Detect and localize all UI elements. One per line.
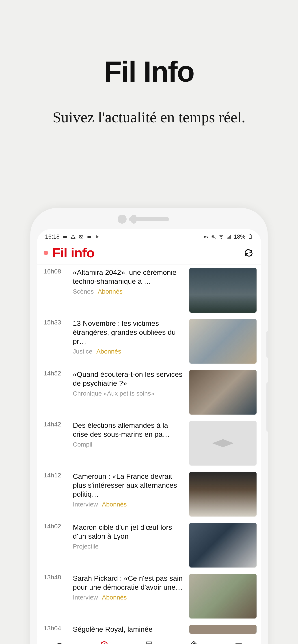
refresh-button[interactable]: [243, 247, 254, 258]
news-feed[interactable]: 16h08«Altamira 2042», une cérémonie tech…: [37, 265, 261, 636]
timeline-line: [56, 277, 56, 312]
svg-point-8: [221, 238, 221, 238]
feed-item[interactable]: 14h52«Quand écoutera-t-on les services d…: [37, 367, 261, 418]
phone-side-button: [266, 382, 268, 432]
svg-point-4: [204, 236, 206, 238]
timeline-line: [56, 328, 56, 364]
feed-thumbnail: [189, 421, 256, 466]
feed-item[interactable]: 14h02Macron cible d'un jet d'œuf lors d'…: [37, 520, 261, 571]
svg-rect-11: [229, 236, 230, 238]
image-icon: [78, 234, 84, 240]
feed-headline: «Quand écoutera-t-on les services de psy…: [73, 370, 185, 388]
svg-marker-16: [212, 439, 234, 447]
triangle-icon: [70, 234, 76, 240]
svg-rect-5: [205, 236, 208, 237]
battery-icon: [248, 234, 253, 240]
svg-rect-9: [227, 238, 228, 238]
svg-rect-6: [207, 236, 208, 238]
feed-category: Interview: [73, 594, 98, 601]
nav-mon-libe[interactable]: Mon Libé: [171, 640, 216, 644]
feed-headline: 13 Novembre : les victimes étrangères, g…: [73, 319, 185, 346]
play-icon: [95, 234, 100, 240]
timeline-line: [56, 379, 56, 414]
phone-camera: [118, 215, 127, 224]
feed-time: 16h08: [44, 268, 61, 275]
svg-rect-3: [88, 236, 91, 238]
feed-category: Compil: [73, 441, 92, 448]
phone-side-button: [266, 331, 268, 358]
phone-screen: 16:18: [37, 229, 261, 644]
feed-time: 14h02: [44, 523, 61, 530]
feed-headline: Ségolène Royal, laminée: [73, 625, 185, 634]
timeline-line: [56, 481, 56, 516]
feed-headline: Macron cible d'un jet d'œuf lors d'un sa…: [73, 523, 185, 541]
live-dot-icon: [44, 251, 48, 255]
status-bar: 16:18: [37, 229, 261, 242]
signal-icon: [226, 234, 231, 240]
timeline-line: [56, 532, 56, 568]
nav-menu-icon: [234, 640, 243, 644]
feed-thumbnail: [189, 268, 256, 312]
feed-headline: Sarah Pickard : «Ce n'est pas sain pour …: [73, 574, 185, 592]
feed-time: 14h52: [44, 370, 61, 377]
app-title: Fil info: [52, 245, 243, 260]
feed-category: Justice: [73, 348, 92, 355]
feed-thumbnail: [189, 319, 256, 364]
feed-item[interactable]: 16h08«Altamira 2042», une cérémonie tech…: [37, 265, 261, 316]
feed-item[interactable]: 13h04Ségolène Royal, laminée: [37, 622, 261, 636]
feed-time: 14h42: [44, 421, 61, 428]
feed-thumbnail: [189, 574, 256, 618]
nav-fil-info[interactable]: Fil info: [82, 640, 127, 644]
subscriber-badge: Abonnés: [96, 348, 121, 355]
feed-thumbnail: [189, 523, 256, 568]
feed-item[interactable]: 14h12Cameroun : «La France devrait plus …: [37, 469, 261, 520]
mute-icon: [211, 234, 216, 240]
feed-time: 14h12: [44, 472, 61, 479]
feed-headline: Des élections allemandes à la crise des …: [73, 421, 185, 439]
vpn-key-icon: [203, 234, 209, 240]
subscriber-badge: Abonnés: [98, 288, 122, 295]
hero-subtitle: Suivez l'actualité en temps réel.: [0, 108, 298, 126]
svg-rect-0: [63, 236, 67, 238]
nav-mon-libe-icon: [189, 640, 199, 644]
bottom-nav: À la UneFil infoLe journalMon LibéMenu: [37, 636, 261, 644]
phone-frame: 16:18: [30, 208, 268, 644]
svg-rect-10: [228, 237, 229, 238]
status-battery-percent: 18%: [234, 233, 245, 240]
svg-marker-17: [56, 643, 63, 644]
feed-thumbnail: [189, 370, 256, 414]
feed-category: Scènes: [73, 288, 94, 295]
feed-item[interactable]: 13h48Sarah Pickard : «Ce n'est pas sain …: [37, 571, 261, 622]
phone-speaker: [129, 217, 169, 221]
subscriber-badge: Abonnés: [102, 501, 127, 508]
subscriber-badge: Abonnés: [102, 594, 127, 601]
nav-home[interactable]: À la Une: [37, 640, 82, 644]
vr-icon: [62, 234, 68, 240]
app-header: Fil info: [37, 242, 261, 265]
feed-item[interactable]: 15h3313 Novembre : les victimes étrangèr…: [37, 316, 261, 367]
status-time: 16:18: [45, 233, 60, 240]
feed-category: Interview: [73, 501, 98, 508]
nav-menu[interactable]: Menu: [216, 640, 261, 644]
news-icon: [86, 234, 92, 240]
feed-time: 13h48: [44, 574, 61, 581]
feed-headline: «Altamira 2042», une cérémonie techno-sh…: [73, 268, 185, 286]
nav-home-icon: [55, 640, 64, 644]
nav-fil-info-icon: [99, 640, 109, 644]
feed-item[interactable]: 14h42Des élections allemandes à la crise…: [37, 418, 261, 469]
timeline-line: [56, 583, 56, 618]
nav-journal-icon: [144, 640, 154, 644]
wifi-icon: [218, 234, 224, 240]
feed-time: 15h33: [44, 319, 61, 326]
feed-thumbnail: [189, 625, 256, 634]
feed-category: Chronique «Aux petits soins»: [73, 390, 154, 397]
svg-rect-15: [249, 238, 251, 239]
svg-rect-12: [230, 235, 231, 238]
hero-title: Fil Info: [0, 55, 298, 88]
feed-headline: Cameroun : «La France devrait plus s'int…: [73, 472, 185, 499]
timeline-line: [56, 430, 56, 466]
svg-rect-14: [250, 234, 251, 235]
feed-time: 13h04: [44, 625, 61, 632]
nav-journal[interactable]: Le journal: [127, 640, 171, 644]
feed-thumbnail: [189, 472, 256, 516]
